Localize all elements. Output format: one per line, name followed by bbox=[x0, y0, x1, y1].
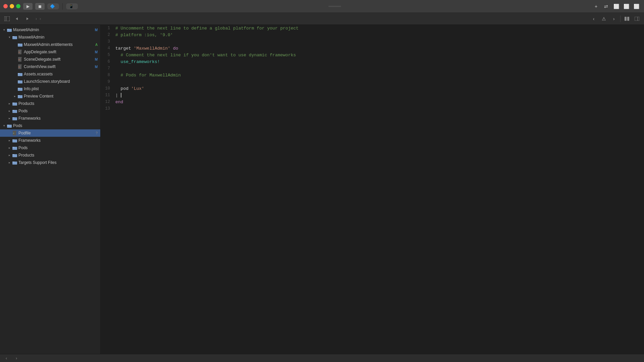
title-bar-right: + ⇄ ⬜ ⬜ ⬜ bbox=[592, 3, 641, 10]
code-line-7: 7 bbox=[101, 65, 644, 72]
device-icon: 📱 bbox=[69, 4, 74, 9]
line-content[interactable]: end bbox=[114, 99, 644, 105]
maximize-button[interactable] bbox=[16, 4, 20, 8]
svg-rect-26 bbox=[18, 80, 20, 81]
line-content[interactable]: target 'MaxwellAdmin' do bbox=[114, 45, 644, 52]
line-content[interactable]: use_frameworks! bbox=[114, 58, 644, 65]
tree-badge: M bbox=[95, 50, 99, 54]
tree-icon-folder bbox=[12, 108, 17, 114]
source-control-button[interactable]: ⇄ bbox=[602, 3, 610, 10]
line-number: 3 bbox=[101, 38, 114, 45]
svg-text:S: S bbox=[18, 66, 20, 68]
line-content[interactable]: # Pods for MaxwellAdmin bbox=[114, 72, 644, 78]
line-content[interactable] bbox=[114, 105, 644, 112]
code-line-12: 12end bbox=[101, 99, 644, 105]
code-line-3: 3 bbox=[101, 38, 644, 45]
sidebar-item-pods-pods[interactable]: Pods bbox=[0, 144, 100, 152]
scheme-icon: 🔷 bbox=[50, 4, 55, 9]
sidebar-item-frameworks-main[interactable]: Frameworks bbox=[0, 115, 100, 122]
tree-arrow bbox=[7, 35, 12, 40]
svg-marker-2 bbox=[16, 17, 18, 20]
line-number: 7 bbox=[101, 65, 114, 72]
nav-warning[interactable]: ⚠ bbox=[599, 14, 608, 23]
tree-icon-file-swift: S bbox=[17, 57, 23, 62]
svg-marker-3 bbox=[26, 17, 29, 20]
nav-next[interactable]: › bbox=[609, 14, 618, 23]
sidebar-item-pods-group[interactable]: Pods bbox=[0, 122, 100, 129]
code-line-6: 6 use_frameworks! bbox=[101, 58, 644, 65]
line-content[interactable]: # Uncomment the next line to define a gl… bbox=[114, 25, 644, 32]
play-button[interactable]: ▶ bbox=[23, 3, 33, 10]
sidebar-item-launchscreen[interactable]: LaunchScreen.storyboard bbox=[0, 78, 100, 85]
svg-rect-49 bbox=[12, 162, 14, 162]
bottom-nav-right[interactable]: › bbox=[13, 355, 20, 362]
sidebar-item-frameworks-pods[interactable]: Frameworks bbox=[0, 137, 100, 144]
svg-rect-24 bbox=[18, 73, 20, 74]
tree-label: Preview Content bbox=[24, 94, 99, 99]
line-content[interactable]: pod 'Lux' bbox=[114, 85, 644, 92]
code-line-2: 2# platform :ios, '9.0' bbox=[101, 32, 644, 38]
line-content[interactable] bbox=[114, 38, 644, 45]
tree-label: Frameworks bbox=[18, 116, 99, 121]
svg-rect-6 bbox=[635, 17, 639, 21]
bottom-nav-left[interactable]: ‹ bbox=[3, 355, 10, 362]
editor-layout-split[interactable] bbox=[623, 14, 631, 23]
toolbar-separator bbox=[620, 15, 621, 22]
line-content[interactable]: # Comment the next line if you don't wan… bbox=[114, 52, 644, 58]
sidebar-item-products-main[interactable]: Products bbox=[0, 100, 100, 107]
token-keyword: do bbox=[173, 46, 178, 51]
tree-icon-folder bbox=[7, 123, 12, 128]
nav-prev[interactable]: ‹ bbox=[589, 14, 598, 23]
sidebar-item-assets[interactable]: Assets.xcassets bbox=[0, 70, 100, 78]
bottom-bar: ‹ › bbox=[0, 354, 644, 362]
tree-icon-folder bbox=[12, 35, 17, 40]
svg-marker-40 bbox=[16, 131, 17, 131]
sidebar-item-entitlements[interactable]: MaxwellAdmin.entitlementsA bbox=[0, 41, 100, 48]
main-content: MaxwellAdminMMaxwellAdminMaxwellAdmin.en… bbox=[0, 25, 644, 354]
line-content[interactable] bbox=[114, 92, 644, 99]
inspector-toggle[interactable] bbox=[633, 14, 641, 23]
history-forward[interactable] bbox=[23, 14, 32, 23]
sidebar-item-maxwelladmin-root[interactable]: MaxwellAdminM bbox=[0, 26, 100, 34]
code-editor[interactable]: 1# Uncomment the next line to define a g… bbox=[101, 25, 644, 354]
scheme-selector[interactable]: 🔷 bbox=[47, 3, 59, 9]
line-content[interactable] bbox=[114, 65, 644, 72]
sidebar-item-podfile[interactable]: PPodfile? bbox=[0, 129, 100, 137]
add-button[interactable]: + bbox=[592, 3, 600, 10]
minimize-button[interactable] bbox=[10, 4, 14, 8]
tree-label: MaxwellAdmin bbox=[13, 27, 95, 32]
sidebar-item-appdelegate[interactable]: SAppDelegate.swiftM bbox=[0, 48, 100, 56]
code-line-11: 11 bbox=[101, 92, 644, 99]
line-content[interactable] bbox=[114, 78, 644, 85]
layout-button-2[interactable]: ⬜ bbox=[622, 3, 631, 10]
device-selector[interactable]: 📱 bbox=[66, 3, 78, 9]
sidebar-item-previewcontent[interactable]: Preview Content bbox=[0, 93, 100, 100]
sidebar-item-contentview[interactable]: SContentView.swiftM bbox=[0, 63, 100, 70]
token-comment: # Uncomment the next line to define a gl… bbox=[115, 26, 299, 31]
svg-text:S: S bbox=[18, 59, 20, 61]
sidebar-toggle[interactable] bbox=[3, 14, 11, 23]
layout-button-3[interactable]: ⬜ bbox=[632, 3, 641, 10]
layout-button-1[interactable]: ⬜ bbox=[612, 3, 621, 10]
line-number: 5 bbox=[101, 52, 114, 58]
token-plain bbox=[115, 59, 121, 64]
sidebar-item-targets-pods[interactable]: Targets Support Files bbox=[0, 159, 100, 166]
status-bar bbox=[80, 6, 589, 7]
sidebar-item-infoplist[interactable]: Info.plist bbox=[0, 85, 100, 93]
line-number: 6 bbox=[101, 58, 114, 65]
line-number: 1 bbox=[101, 25, 114, 32]
history-back[interactable] bbox=[13, 14, 21, 23]
code-line-8: 8 # Pods for MaxwellAdmin bbox=[101, 72, 644, 78]
sidebar-item-scenedelegate[interactable]: SSceneDelegate.swiftM bbox=[0, 56, 100, 63]
token-plain bbox=[170, 46, 173, 51]
tree-arrow bbox=[1, 27, 7, 33]
stop-button[interactable]: ◼ bbox=[35, 3, 45, 10]
traffic-lights bbox=[3, 4, 20, 8]
tree-label: Frameworks bbox=[18, 138, 99, 143]
tree-label: Products bbox=[18, 153, 99, 158]
sidebar-item-products-pods[interactable]: Products bbox=[0, 152, 100, 159]
close-button[interactable] bbox=[3, 4, 8, 8]
sidebar-item-pods-main[interactable]: Pods bbox=[0, 107, 100, 115]
line-content[interactable]: # platform :ios, '9.0' bbox=[114, 32, 644, 38]
sidebar-item-maxwelladmin-group[interactable]: MaxwellAdmin bbox=[0, 34, 100, 41]
